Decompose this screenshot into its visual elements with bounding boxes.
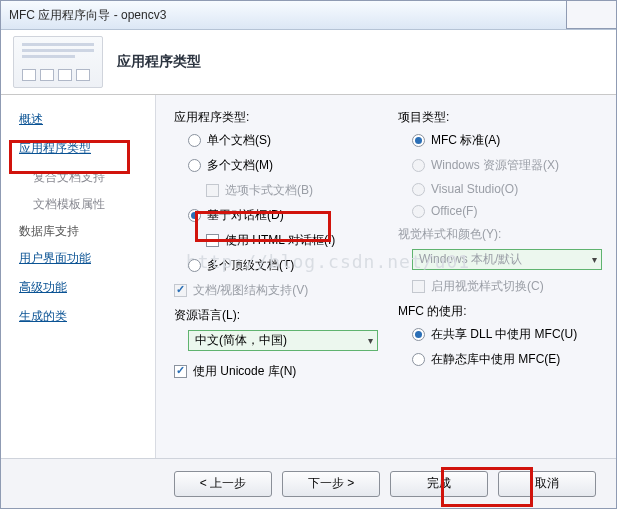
select-res-lang[interactable]: 中文(简体，中国) ▾ (188, 330, 378, 351)
checkbox-icon (174, 284, 187, 297)
opt-visual-studio: Visual Studio(O) (412, 182, 602, 196)
label-app-type: 应用程序类型: (174, 109, 378, 126)
opt-multi-top[interactable]: 多个顶级文档(T) (188, 257, 378, 274)
radio-icon (412, 159, 425, 172)
opt-unicode[interactable]: 使用 Unicode 库(N) (174, 363, 378, 380)
nav-ui-features[interactable]: 用户界面功能 (19, 250, 155, 267)
chevron-down-icon: ▾ (592, 254, 597, 265)
radio-icon (188, 209, 201, 222)
radio-icon (412, 328, 425, 341)
nav-generated[interactable]: 生成的类 (19, 308, 155, 325)
checkbox-icon (412, 280, 425, 293)
checkbox-icon (206, 234, 219, 247)
select-res-lang-value: 中文(简体，中国) (195, 332, 287, 349)
cancel-button[interactable]: 取消 (498, 471, 596, 497)
opt-tabbed-doc: 选项卡式文档(B) (206, 182, 378, 199)
opt-mfc-shared[interactable]: 在共享 DLL 中使用 MFC(U) (412, 326, 602, 343)
radio-icon (412, 205, 425, 218)
select-visual-style-value: Windows 本机/默认 (419, 251, 522, 268)
nav-overview[interactable]: 概述 (19, 111, 155, 128)
label-mfc-usage: MFC 的使用: (398, 303, 602, 320)
sidebar: 概述 应用程序类型 复合文档支持 文档模板属性 数据库支持 用户界面功能 高级功… (1, 95, 156, 460)
titlebar: MFC 应用程序向导 - opencv3 (1, 1, 616, 30)
opt-visual-switch: 启用视觉样式切换(C) (412, 278, 602, 295)
main-panel: http://blog.csdn.net/u01 应用程序类型: 单个文档(S)… (156, 95, 616, 460)
nav-compound-doc: 复合文档支持 (33, 169, 155, 186)
label-project-type: 项目类型: (398, 109, 602, 126)
label-res-lang: 资源语言(L): (174, 307, 378, 324)
opt-doc-view-label: 文档/视图结构支持(V) (193, 282, 308, 299)
opt-dialog-based-label: 基于对话框(D) (207, 207, 284, 224)
radio-icon (412, 134, 425, 147)
banner-title: 应用程序类型 (117, 53, 201, 71)
col-project-type: 项目类型: MFC 标准(A) Windows 资源管理器(X) Visual … (398, 109, 602, 388)
radio-icon (188, 134, 201, 147)
opt-office: Office(F) (412, 204, 602, 218)
opt-multi-top-label: 多个顶级文档(T) (207, 257, 294, 274)
opt-office-label: Office(F) (431, 204, 477, 218)
nav-doc-template: 文档模板属性 (33, 196, 155, 213)
col-app-type: 应用程序类型: 单个文档(S) 多个文档(M) 选项卡式文档(B) (174, 109, 378, 388)
radio-icon (188, 159, 201, 172)
opt-html-dialog-label: 使用 HTML 对话框(I) (225, 232, 335, 249)
opt-mfc-static-label: 在静态库中使用 MFC(E) (431, 351, 560, 368)
opt-single-doc[interactable]: 单个文档(S) (188, 132, 378, 149)
finish-button[interactable]: 完成 (390, 471, 488, 497)
opt-unicode-label: 使用 Unicode 库(N) (193, 363, 296, 380)
nav-advanced[interactable]: 高级功能 (19, 279, 155, 296)
opt-multi-doc-label: 多个文档(M) (207, 157, 273, 174)
checkbox-icon (206, 184, 219, 197)
opt-dialog-based[interactable]: 基于对话框(D) (188, 207, 378, 224)
radio-icon (188, 259, 201, 272)
window: MFC 应用程序向导 - opencv3 应用程序类型 概述 应用程序类型 复合… (0, 0, 617, 509)
banner-thumbnail-icon (13, 36, 103, 88)
opt-mfc-standard[interactable]: MFC 标准(A) (412, 132, 602, 149)
titlebar-cut (566, 0, 617, 29)
banner: 应用程序类型 (1, 30, 616, 95)
select-visual-style: Windows 本机/默认 ▾ (412, 249, 602, 270)
opt-html-dialog[interactable]: 使用 HTML 对话框(I) (206, 232, 378, 249)
opt-win-explorer: Windows 资源管理器(X) (412, 157, 602, 174)
opt-multi-doc[interactable]: 多个文档(M) (188, 157, 378, 174)
chevron-down-icon: ▾ (368, 335, 373, 346)
opt-visual-switch-label: 启用视觉样式切换(C) (431, 278, 544, 295)
opt-mfc-standard-label: MFC 标准(A) (431, 132, 500, 149)
opt-win-explorer-label: Windows 资源管理器(X) (431, 157, 559, 174)
opt-single-doc-label: 单个文档(S) (207, 132, 271, 149)
next-button[interactable]: 下一步 > (282, 471, 380, 497)
footer: < 上一步 下一步 > 完成 取消 (1, 458, 616, 508)
opt-visual-studio-label: Visual Studio(O) (431, 182, 518, 196)
radio-icon (412, 183, 425, 196)
prev-button[interactable]: < 上一步 (174, 471, 272, 497)
opt-mfc-shared-label: 在共享 DLL 中使用 MFC(U) (431, 326, 577, 343)
nav-db-support: 数据库支持 (19, 223, 155, 240)
opt-tabbed-doc-label: 选项卡式文档(B) (225, 182, 313, 199)
opt-doc-view: 文档/视图结构支持(V) (174, 282, 378, 299)
checkbox-icon (174, 365, 187, 378)
radio-icon (412, 353, 425, 366)
label-visual-style: 视觉样式和颜色(Y): (398, 226, 602, 243)
nav-app-type[interactable]: 应用程序类型 (19, 140, 155, 157)
opt-mfc-static[interactable]: 在静态库中使用 MFC(E) (412, 351, 602, 368)
window-title: MFC 应用程序向导 - opencv3 (9, 7, 166, 24)
